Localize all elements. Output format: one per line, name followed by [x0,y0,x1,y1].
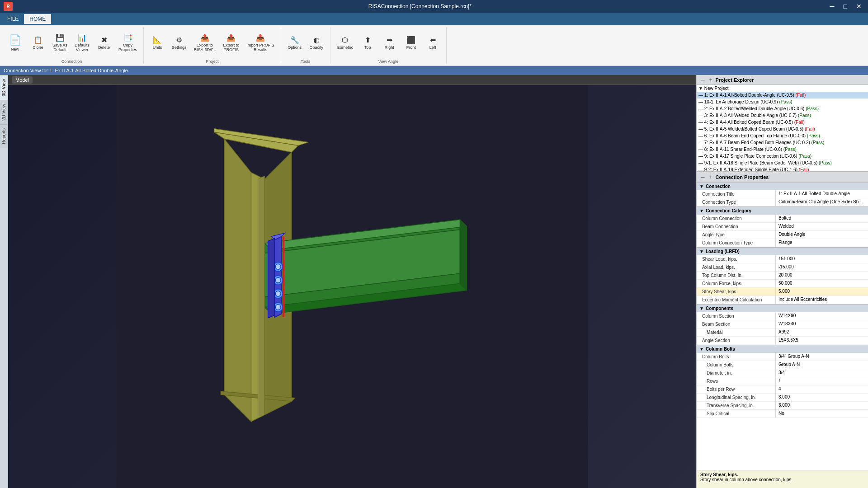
tree-item-8[interactable]: — 7: Ex II.A-7 Beam End Coped Both Flang… [697,139,868,146]
viewport-header: Model [8,75,696,85]
section-loading[interactable]: ▼ Loading (LRFD) [697,247,868,255]
new-icon: 📄 [9,34,21,46]
prop-angle-type: Angle Type Double Angle [697,231,868,239]
explorer-add-btn[interactable]: + [708,77,714,83]
infobar-text: Connection View for 1: Ex II.A-1 All-Bol… [4,68,128,73]
menubar: FILE HOME [0,13,868,25]
left-button[interactable]: ⬅ Left [423,34,443,52]
prop-connection-type: Connection Type Column/Beam Clip Angle (… [697,198,868,206]
clone-icon: 📋 [33,36,42,44]
titlebar-title: RISAConnection [Connection Sample.rcn]* [368,3,472,9]
display-group-label: View Angle [378,58,398,64]
copy-properties-button[interactable]: 📑 Copy Properties [116,32,140,54]
tree-item-3[interactable]: — 2: Ex II.A-2 Bolted/Welded Double-Angl… [697,105,868,112]
tree-item-10[interactable]: — 9: Ex II.A-17 Single Plate Connection … [697,153,868,160]
clone-button[interactable]: 📋 Clone [28,34,48,52]
project-explorer-title: Project Explorer [716,77,754,83]
prop-diameter: Diameter, in. 3/4" [697,369,868,377]
prop-col-force: Column Force, kips. 50.000 [697,280,868,288]
props-collapse-btn[interactable]: ─ [699,174,706,180]
svg-point-21 [275,291,281,296]
top-button[interactable]: ⬆ Top [358,34,377,52]
units-button[interactable]: 📐 Units [147,34,167,52]
project-buttons: 📐 Units ⚙ Settings 📤 Export to RISA-3D/F… [147,27,277,58]
prop-story-shear: Story Shear, kips. 5.000 [697,288,868,296]
tree-item-9[interactable]: — 8: Ex II.A-11 Shear End-Plate (UC-0.6)… [697,146,868,153]
explorer-collapse-btn[interactable]: ─ [699,77,706,83]
project-explorer-header: ─ + Project Explorer [697,75,868,85]
delete-icon: ✖ [101,36,107,44]
defaults-viewer-button[interactable]: 📊 Defaults Viewer [72,32,92,54]
connection-properties-panel: ─ + Connection Properties ▼ Connection C… [697,172,868,488]
export-risa-button[interactable]: 📤 Export to RISA-3D/FL [191,32,219,54]
save-icon: 💾 [56,33,65,42]
conn-props-header: ─ + Connection Properties [697,172,868,182]
prop-beam-conn: Beam Connection Welded [697,223,868,231]
export-profis-button[interactable]: 📤 Export to PROFIS [220,32,242,54]
import-profis-icon: 📥 [256,33,265,42]
maximize-button[interactable]: □ [841,2,850,11]
section-connection[interactable]: ▼ Connection [697,182,868,190]
tree-item-7[interactable]: — 6: Ex II.A-6 Beam End Coped Top Flange… [697,132,868,139]
units-icon: 📐 [153,36,162,44]
prop-eccentric: Eccentric Moment Calculation Include All… [697,296,868,304]
project-explorer: ─ + Project Explorer ▼ New Project — 1: … [697,75,868,172]
section-components[interactable]: ▼ Components [697,304,868,312]
opacity-icon: ◐ [313,36,320,44]
section-col-bolts[interactable]: ▼ Column Bolts [697,345,868,353]
isometric-button[interactable]: ⬡ Isometric [334,34,356,52]
menu-file[interactable]: FILE [2,14,24,24]
display-buttons: ⬡ Isometric ⬆ Top ➡ Right ⬛ Front ⬅ Left [334,27,443,58]
model-tab[interactable]: Model [12,76,33,84]
svg-marker-25 [258,176,264,418]
tree-item-12[interactable]: — 9-2: Ex II.A-19 Extended Single Plate … [697,166,868,171]
delete-button[interactable]: ✖ Delete [94,34,114,52]
settings-button[interactable]: ⚙ Settings [169,34,189,52]
section-category[interactable]: ▼ Connection Category [697,206,868,215]
svg-point-22 [275,305,281,310]
connection-3d-view[interactable] [8,85,696,488]
tree-item-5[interactable]: — 4: Ex II.A-4 All Bolted Coped Beam (UC… [697,119,868,126]
tree-item-11[interactable]: — 9-1: Ex II.A-18 Single Plate (Beam Gir… [697,160,868,166]
isometric-icon: ⬡ [342,36,348,44]
prop-col-conn-type: Column Connection Type Flange [697,239,868,247]
options-icon: 🔧 [290,36,299,44]
ribbon-group-connection: 📄 New 📋 Clone 💾 Save As Default 📊 Defaul… [0,27,144,64]
prop-long-spacing: Longitudinal Spacing, in. 3.000 [697,394,868,402]
tools-group-label: Tools [301,58,310,64]
prop-col-section: Column Section W14X90 [697,312,868,320]
prop-beam-section: Beam Section W18X40 [697,320,868,328]
tree-item-1[interactable]: — 1: Ex II.A-1 All-Bolted Double-Angle (… [697,92,868,99]
front-button[interactable]: ⬛ Front [401,34,421,52]
prop-top-col-dist: Top Column Dist. in. 20.000 [697,272,868,280]
tree-item-4[interactable]: — 3: Ex II.A-3 All-Welded Double-Angle (… [697,112,868,119]
left-tab-2d[interactable]: 2D View [0,100,8,124]
ribbon-group-display: ⬡ Isometric ⬆ Top ➡ Right ⬛ Front ⬅ Left… [330,27,447,64]
ribbon-group-tools: 🔧 Options ◐ Opacity Tools [281,27,330,64]
left-tab-reports[interactable]: Reports [0,124,8,148]
conn-props-title: Connection Properties [716,174,769,180]
tree-root[interactable]: ▼ New Project [697,85,868,92]
right-icon: ➡ [387,36,392,44]
prop-col-bolts-val: Column Bolts Group A-N [697,361,868,369]
new-button[interactable]: 📄 New [4,33,26,53]
tree-item-6[interactable]: — 5: Ex II.A-5 Welded/Bolted Coped Beam … [697,126,868,132]
menu-home[interactable]: HOME [24,14,51,24]
left-tabs: 3D View 2D View Reports [0,75,8,488]
svg-point-19 [275,264,281,269]
ribbon: 📄 New 📋 Clone 💾 Save As Default 📊 Defaul… [0,25,868,66]
import-profis-button[interactable]: 📥 Import PROFIS Results [244,32,277,54]
right-panel: ─ + Project Explorer ▼ New Project — 1: … [696,75,868,488]
minimize-button[interactable]: ─ [827,2,837,11]
save-as-default-button[interactable]: 💾 Save As Default [50,32,70,54]
defaults-icon: 📊 [78,33,87,42]
options-button[interactable]: 🔧 Options [285,34,305,52]
tree-item-2[interactable]: — 10-1: Ex Anchorage Design (UC-0.9) (Pa… [697,99,868,105]
titlebar-controls: ─ □ ✕ [827,2,864,11]
right-button[interactable]: ➡ Right [379,34,399,52]
opacity-button[interactable]: ◐ Opacity [307,34,326,52]
close-button[interactable]: ✕ [854,2,864,11]
props-add-btn[interactable]: + [708,174,714,180]
titlebar: R RISAConnection [Connection Sample.rcn]… [0,0,868,13]
left-tab-3d[interactable]: 3D View [0,75,8,100]
